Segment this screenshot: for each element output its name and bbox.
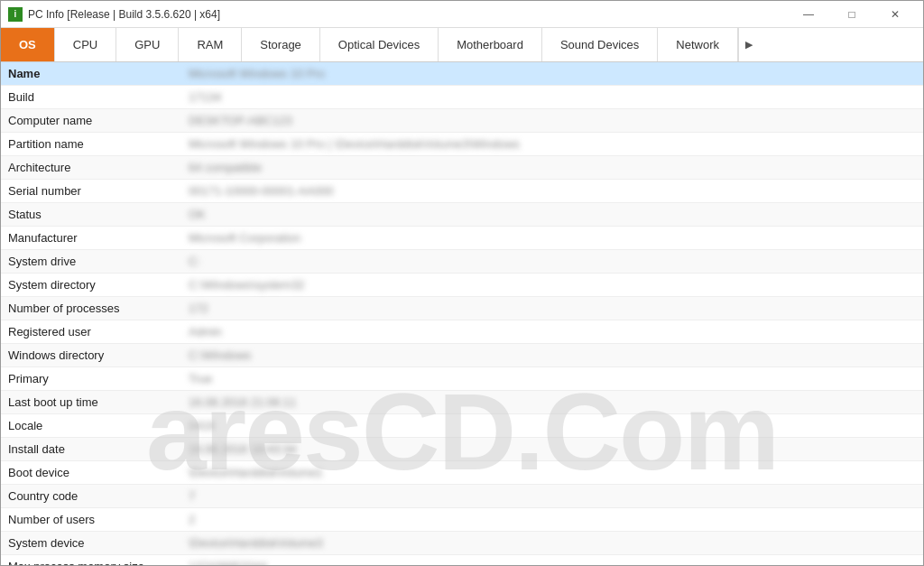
row-value: \Device\HarddiskVolume3 [181,532,923,555]
row-label: Boot device [1,461,181,485]
table-row: NameMicrosoft Windows 10 Pro [1,62,923,86]
row-value: True [181,367,923,391]
row-label: Partition name [1,133,181,156]
row-label: Build [1,86,181,109]
row-value: Microsoft Corporation [181,227,923,250]
row-value: C: [181,250,923,274]
close-button[interactable]: ✕ [874,1,916,28]
table-row: PrimaryTrue [1,367,923,391]
table-row: Country code7 [1,485,923,508]
maximize-button[interactable]: □ [831,1,873,28]
row-value: 137438953344 [181,555,923,566]
row-label: Primary [1,367,181,391]
app-icon: i [8,7,23,22]
table-row: Max process memory size137438953344 [1,555,923,566]
row-label: Name [1,62,181,86]
table-row: Install date16.08.2018 18:43:34 [1,438,923,461]
row-value: 0419 [181,414,923,438]
row-value: Microsoft Windows 10 Pro [181,62,923,86]
tab-ram[interactable]: RAM [179,28,242,61]
table-row: Build17134 [1,86,923,109]
row-label: Windows directory [1,344,181,367]
table-row: Number of users2 [1,508,923,532]
content-area: NameMicrosoft Windows 10 ProBuild17134Co… [1,62,923,565]
tab-optical[interactable]: Optical Devices [320,28,439,61]
row-label: Architecture [1,156,181,180]
window-title: PC Info [Release | Build 3.5.6.620 | x64… [28,8,788,21]
table-row: Windows directoryC:\Windows [1,344,923,367]
row-label: System directory [1,274,181,297]
table-row: Serial number00171-10000-00001-AA000 [1,180,923,203]
tab-storage[interactable]: Storage [242,28,320,61]
main-window: i PC Info [Release | Build 3.5.6.620 | x… [0,0,924,566]
row-label: Locale [1,414,181,438]
row-value: 172 [181,297,923,320]
minimize-button[interactable]: — [788,1,829,28]
row-value: 16.08.2018 21:06:11 [181,391,923,414]
tab-motherboard[interactable]: Motherboard [439,28,542,61]
row-value: 16.08.2018 18:43:34 [181,438,923,461]
row-value: C:\Windows [181,344,923,367]
table-row: System driveC: [1,250,923,274]
table-row: System device\Device\HarddiskVolume3 [1,532,923,555]
row-label: System device [1,532,181,555]
row-value: 17134 [181,86,923,109]
row-value: 64 compatible [181,156,923,180]
table-row: ManufacturerMicrosoft Corporation [1,227,923,250]
row-value: \Device\HarddiskVolume1 [181,461,923,485]
tabs-bar: OS CPU GPU RAM Storage Optical Devices M… [1,28,923,62]
row-label: Computer name [1,109,181,133]
table-row: Last boot up time16.08.2018 21:06:11 [1,391,923,414]
window-controls: — □ ✕ [788,1,916,28]
tab-scroll-right[interactable]: ▶ [738,28,758,61]
table-row: Number of processes172 [1,297,923,320]
row-label: Install date [1,438,181,461]
row-label: System drive [1,250,181,274]
info-table: NameMicrosoft Windows 10 ProBuild17134Co… [1,62,923,565]
row-value: 2 [181,508,923,532]
tab-cpu[interactable]: CPU [55,28,116,61]
table-row: Partition nameMicrosoft Windows 10 Pro |… [1,133,923,156]
row-label: Last boot up time [1,391,181,414]
table-row: Boot device\Device\HarddiskVolume1 [1,461,923,485]
row-value: Microsoft Windows 10 Pro | \Device\Hardd… [181,133,923,156]
title-bar: i PC Info [Release | Build 3.5.6.620 | x… [1,1,923,28]
tab-sound[interactable]: Sound Devices [542,28,658,61]
table-row: System directoryC:\Windows\system32 [1,274,923,297]
row-value: OK [181,203,923,227]
row-value: DESKTOP-ABC123 [181,109,923,133]
row-value: C:\Windows\system32 [181,274,923,297]
table-row: Registered userAdmin [1,320,923,344]
row-value: 00171-10000-00001-AA000 [181,180,923,203]
row-value: Admin [181,320,923,344]
tab-gpu[interactable]: GPU [116,28,179,61]
row-label: Number of users [1,508,181,532]
row-label: Registered user [1,320,181,344]
tab-os[interactable]: OS [1,28,55,61]
table-row: Computer nameDESKTOP-ABC123 [1,109,923,133]
row-label: Manufacturer [1,227,181,250]
row-label: Country code [1,485,181,508]
row-value: 7 [181,485,923,508]
row-label: Number of processes [1,297,181,320]
row-label: Serial number [1,180,181,203]
row-label: Status [1,203,181,227]
table-row: Architecture64 compatible [1,156,923,180]
row-label: Max process memory size [1,555,181,566]
table-row: StatusOK [1,203,923,227]
table-row: Locale0419 [1,414,923,438]
tab-network[interactable]: Network [658,28,738,61]
